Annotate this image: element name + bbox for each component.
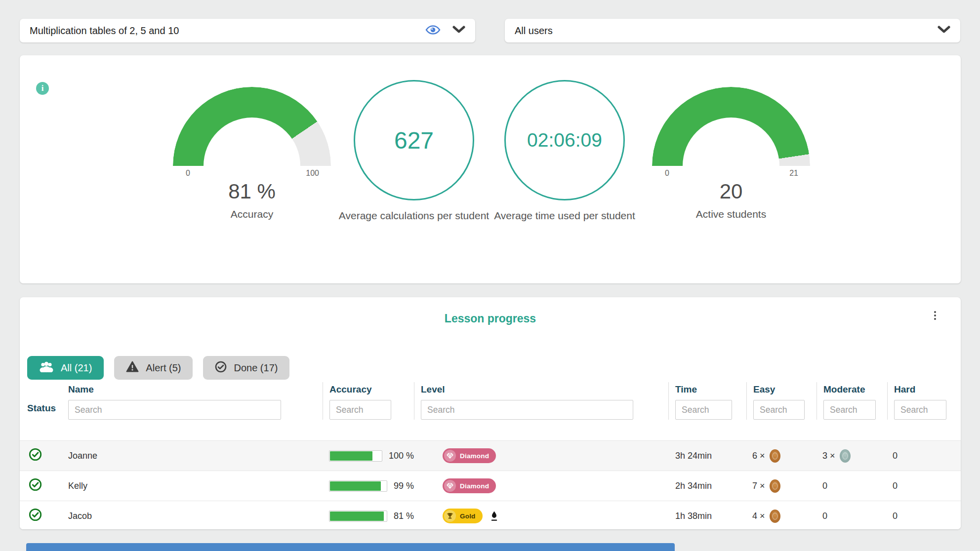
stat-circle: 627 [354, 80, 474, 200]
avg-calculations-stat: 627 Average calculations per student [354, 80, 474, 223]
student-name: Jacob [62, 501, 323, 529]
table-row[interactable]: Kelly 99 % Diamond 2h 34min 7 × 0 [20, 471, 961, 501]
progress-bar [329, 511, 387, 522]
level-badge: Diamond [443, 478, 496, 493]
active-students-gauge: 0 21 20 Active students [652, 87, 810, 220]
time-value: 3h 24min [668, 441, 746, 471]
avg-calculations-label: Average calculations per student [335, 208, 493, 223]
active-students-label: Active students [652, 208, 810, 220]
time-search-input[interactable] [675, 400, 732, 420]
accuracy-value: 100 % [389, 451, 414, 461]
filter-done-button[interactable]: Done (17) [203, 356, 289, 380]
column-header-hard: Hard [887, 382, 961, 420]
column-header-level: Level [414, 382, 668, 420]
gauge-arc [652, 87, 810, 166]
lesson-select-value: Multiplication tables of 2, 5 and 10 [30, 25, 179, 37]
column-header-status: Status [20, 382, 62, 420]
column-header-time: Time [668, 382, 746, 420]
time-value: 2h 34min [668, 471, 746, 501]
footer-accent-bar [26, 543, 675, 551]
filter-all-label: All (21) [61, 362, 92, 374]
panel-title: Lesson progress [20, 312, 961, 325]
accuracy-value: 99 % [394, 481, 414, 491]
student-name: Kelly [62, 471, 323, 501]
hard-count: 0 [893, 481, 898, 491]
active-students-value: 20 [652, 180, 810, 203]
medal-icon [770, 479, 780, 493]
pen-icon [490, 511, 498, 521]
accuracy-label: Accuracy [173, 208, 331, 220]
filter-tabs: All (21) Alert (5) Done (17) [27, 356, 289, 380]
chevron-down-icon [452, 26, 465, 36]
accuracy-search-input[interactable] [329, 400, 391, 420]
kebab-menu-icon[interactable] [932, 309, 938, 322]
column-header-name: Name [62, 382, 323, 420]
easy-count: 7 × [752, 481, 765, 491]
moderate-count: 0 [822, 481, 827, 491]
level-search-input[interactable] [421, 400, 633, 420]
easy-search-input[interactable] [753, 400, 805, 420]
column-header-accuracy: Accuracy [323, 382, 414, 420]
gauge-max-label: 21 [789, 169, 798, 178]
group-icon [39, 361, 54, 375]
table-body: Joanne 100 % Diamond 3h 24min 6 × 3 × [20, 440, 961, 529]
medal-icon [840, 449, 851, 463]
medal-icon [770, 510, 780, 523]
level-badge: Diamond [443, 448, 496, 463]
level-badge-icon [444, 450, 456, 462]
gauge-arc [173, 87, 331, 166]
level-badge: Gold [443, 509, 483, 523]
progress-bar [329, 480, 387, 492]
moderate-search-input[interactable] [823, 400, 876, 420]
hard-count: 0 [893, 451, 898, 461]
accuracy-value: 81 % [173, 180, 331, 203]
lesson-progress-panel: Lesson progress All (21) Alert (5) Done … [20, 297, 961, 529]
status-done-icon [29, 508, 42, 524]
table-row[interactable]: Jacob 81 % Gold 1h 38min 4 × 0 [20, 501, 961, 529]
level-name: Diamond [460, 482, 489, 490]
easy-count: 6 × [752, 451, 765, 461]
column-header-moderate: Moderate [817, 382, 887, 420]
student-name: Joanne [62, 441, 323, 471]
easy-count: 4 × [752, 511, 765, 521]
table-row[interactable]: Joanne 100 % Diamond 3h 24min 6 × 3 × [20, 440, 961, 471]
gauge-min-label: 0 [665, 169, 669, 178]
name-search-input[interactable] [68, 400, 281, 420]
filter-alert-button[interactable]: Alert (5) [114, 356, 193, 380]
level-name: Gold [460, 512, 476, 520]
info-icon[interactable]: i [36, 82, 49, 95]
column-header-easy: Easy [746, 382, 817, 420]
filter-alert-label: Alert (5) [146, 362, 181, 374]
accuracy-value: 81 % [394, 511, 414, 521]
filter-all-button[interactable]: All (21) [27, 356, 104, 380]
filter-done-label: Done (17) [234, 362, 278, 374]
status-done-icon [29, 448, 42, 464]
level-badge-icon [444, 510, 456, 522]
table-header: Status Name Accuracy Level Time Easy Mod… [20, 382, 961, 420]
check-circle-icon [215, 361, 227, 375]
gauge-max-label: 100 [306, 169, 319, 178]
lesson-select-dropdown[interactable]: Multiplication tables of 2, 5 and 10 [20, 19, 475, 42]
eye-icon[interactable] [425, 25, 441, 37]
stat-circle: 02:06:09 [504, 80, 625, 200]
medal-icon [770, 449, 780, 463]
users-select-value: All users [515, 25, 553, 37]
avg-time-stat: 02:06:09 Average time used per student [504, 80, 625, 223]
chevron-down-icon [938, 26, 950, 36]
time-value: 1h 38min [668, 501, 746, 529]
level-name: Diamond [460, 452, 489, 460]
progress-bar [329, 450, 382, 462]
avg-calculations-value: 627 [394, 127, 434, 154]
gauge-min-label: 0 [186, 169, 190, 178]
moderate-count: 3 × [822, 451, 835, 461]
hard-search-input[interactable] [894, 400, 946, 420]
users-select-dropdown[interactable]: All users [505, 19, 960, 42]
stats-panel: i 0 100 81 % Accuracy 627 Average calcul… [20, 55, 961, 283]
avg-time-label: Average time used per student [486, 208, 644, 223]
avg-time-value: 02:06:09 [527, 129, 602, 151]
level-badge-icon [444, 480, 456, 492]
warning-icon [126, 361, 139, 375]
status-done-icon [29, 478, 42, 494]
hard-count: 0 [893, 511, 898, 521]
accuracy-gauge: 0 100 81 % Accuracy [173, 87, 331, 220]
